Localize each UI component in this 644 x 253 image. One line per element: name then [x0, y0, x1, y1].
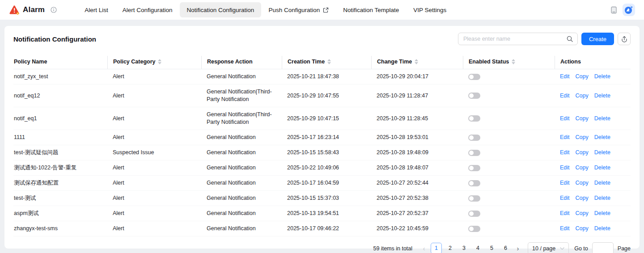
column-header-enabled-status: Enabled Status: [463, 56, 555, 69]
table-row: test-测试疑似问题 Suspected Issue General Noti…: [13, 145, 631, 160]
edit-link[interactable]: Edit: [560, 115, 570, 122]
cell-change-time: 2025-10-28 19:48:09: [371, 145, 463, 160]
copy-link[interactable]: Copy: [576, 92, 589, 100]
copy-link[interactable]: Copy: [576, 73, 589, 80]
cell-change-time: 2025-10-29 11:28:45: [371, 111, 463, 126]
column-header-policy-category: Policy Category: [107, 56, 201, 69]
enabled-toggle[interactable]: [468, 165, 480, 171]
edit-link[interactable]: Edit: [560, 194, 570, 202]
sort-caret-icon[interactable]: [415, 59, 418, 64]
edit-link[interactable]: Edit: [560, 179, 570, 187]
ai-assistant-icon[interactable]: [623, 4, 635, 16]
column-label: Policy Name: [14, 59, 47, 65]
enabled-toggle[interactable]: [468, 195, 480, 202]
copy-link[interactable]: Copy: [576, 134, 589, 141]
sort-caret-icon[interactable]: [512, 59, 515, 64]
cell-policy-name: 1111: [13, 130, 107, 145]
copy-link[interactable]: Copy: [576, 194, 589, 202]
page-number-6[interactable]: 6: [500, 243, 511, 253]
cell-response-action: General Notification: [201, 176, 282, 190]
enabled-toggle[interactable]: [468, 180, 480, 186]
copy-link[interactable]: Copy: [576, 225, 589, 232]
export-button[interactable]: [618, 33, 631, 45]
enabled-toggle[interactable]: [468, 211, 480, 217]
nav-label: Push Configuration: [268, 7, 320, 13]
cell-creation-time: 2025-10-29 10:47:55: [282, 89, 371, 103]
delete-link[interactable]: Delete: [594, 134, 610, 141]
edit-link[interactable]: Edit: [560, 149, 570, 156]
pagination: 59 items in total ‹ 123456 › 10 / page G…: [13, 242, 631, 253]
cell-change-time: 2025-10-29 20:04:17: [371, 69, 463, 84]
edit-link[interactable]: Edit: [560, 73, 570, 80]
delete-link[interactable]: Delete: [594, 225, 610, 232]
goto-page-input[interactable]: [592, 242, 614, 253]
cell-policy-category: Alert: [107, 130, 201, 145]
copy-link[interactable]: Copy: [576, 210, 589, 217]
column-label: Response Action: [207, 59, 253, 65]
search-icon[interactable]: [566, 35, 573, 42]
sort-caret-icon[interactable]: [158, 59, 161, 64]
page-number-5[interactable]: 5: [486, 243, 497, 253]
copy-link[interactable]: Copy: [576, 115, 589, 122]
cell-policy-name: test-测试: [13, 191, 107, 206]
enabled-toggle[interactable]: [468, 150, 480, 156]
chevron-right-icon[interactable]: ›: [513, 243, 523, 253]
cell-response-action: General Notification|Third-Party Notific…: [201, 84, 282, 107]
cell-actions: EditCopyDelete: [555, 111, 631, 126]
page-number-2[interactable]: 2: [445, 243, 456, 253]
edit-link[interactable]: Edit: [560, 225, 570, 232]
nav-label: Notification Configuration: [187, 7, 254, 13]
enabled-toggle[interactable]: [468, 115, 480, 122]
cell-creation-time: 2025-10-17 16:23:14: [282, 130, 371, 145]
page-number-1[interactable]: 1: [431, 243, 442, 253]
edit-link[interactable]: Edit: [560, 92, 570, 100]
nav-notification-template[interactable]: Notification Template: [336, 2, 406, 17]
delete-link[interactable]: Delete: [594, 194, 610, 202]
nav-alert-configuration[interactable]: Alert Configuration: [115, 2, 180, 17]
delete-link[interactable]: Delete: [594, 115, 610, 122]
search-input[interactable]: [458, 33, 578, 45]
enabled-toggle[interactable]: [468, 93, 480, 99]
enabled-toggle[interactable]: [468, 74, 480, 80]
page-number-4[interactable]: 4: [472, 243, 483, 253]
nav-notification-configuration[interactable]: Notification Configuration: [180, 2, 262, 17]
enabled-toggle[interactable]: [468, 135, 480, 141]
main-nav: Alert List Alert Configuration Notificat…: [77, 2, 453, 17]
delete-link[interactable]: Delete: [594, 149, 610, 156]
nav-alert-list[interactable]: Alert List: [77, 2, 115, 17]
copy-link[interactable]: Copy: [576, 164, 589, 172]
nav-vip-settings[interactable]: VIP Settings: [406, 2, 453, 17]
delete-link[interactable]: Delete: [594, 92, 610, 100]
page-number-3[interactable]: 3: [458, 243, 470, 253]
sort-caret-icon[interactable]: [327, 59, 331, 64]
edit-link[interactable]: Edit: [560, 210, 570, 217]
column-label: Creation Time: [288, 59, 325, 65]
column-header-creation-time: Creation Time: [282, 56, 371, 69]
delete-link[interactable]: Delete: [594, 210, 610, 217]
page-size-select[interactable]: 10 / page: [528, 242, 569, 253]
delete-link[interactable]: Delete: [594, 73, 610, 80]
create-button[interactable]: Create: [581, 33, 614, 45]
cell-policy-name: notif_eq12: [13, 89, 107, 103]
edit-link[interactable]: Edit: [560, 134, 570, 141]
cell-creation-time: 2025-10-15 15:37:03: [282, 191, 371, 206]
cell-actions: EditCopyDelete: [555, 206, 631, 221]
table-row: 1111 Alert General Notification 2025-10-…: [13, 130, 631, 145]
cell-change-time: 2025-10-29 11:28:47: [371, 89, 463, 103]
table-row: notif_eq1 Alert General Notification|Thi…: [13, 107, 631, 130]
nav-push-configuration[interactable]: Push Configuration: [261, 2, 336, 17]
copy-link[interactable]: Copy: [576, 179, 589, 187]
edit-link[interactable]: Edit: [560, 164, 570, 172]
delete-link[interactable]: Delete: [594, 179, 610, 187]
copy-link[interactable]: Copy: [576, 149, 589, 156]
chevron-left-icon[interactable]: ‹: [419, 243, 429, 253]
delete-link[interactable]: Delete: [594, 164, 610, 172]
cell-policy-category: Alert: [107, 89, 201, 103]
cell-creation-time: 2025-10-17 16:04:59: [282, 176, 371, 190]
nav-label: Alert Configuration: [123, 7, 173, 13]
cell-actions: EditCopyDelete: [555, 176, 631, 190]
enabled-toggle[interactable]: [468, 226, 480, 232]
info-circle-icon[interactable]: [51, 7, 57, 13]
device-icon[interactable]: [610, 6, 617, 14]
cell-policy-category: Alert: [107, 191, 201, 206]
